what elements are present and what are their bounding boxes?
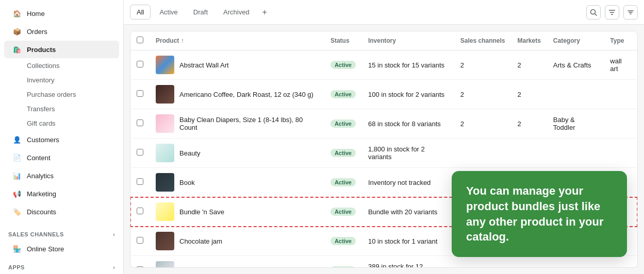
sidebar-label-products: Products [27,46,56,54]
table-row[interactable]: Abstract Wall Art Active 15 in stock for… [130,50,637,80]
product-cell: Chocolate jam [156,232,318,250]
sales-channels-section: Sales channels › [0,225,123,239]
select-all-checkbox[interactable] [137,37,143,43]
inventory-col-header: Inventory [362,31,454,50]
row-checkbox[interactable] [137,178,143,185]
sales-channels-cell: 2 [454,109,511,139]
tab-active[interactable]: Active [153,5,184,20]
sidebar-label-marketing: Marketing [27,190,56,198]
row-checkbox[interactable] [137,208,143,214]
sidebar-item-gift-cards[interactable]: Gift cards [4,116,119,130]
inventory-cell: Inventory not tracked [362,168,454,197]
product-name-cell: Book [150,168,324,197]
sidebar-item-content[interactable]: 📄 Content [4,149,119,166]
collections-label: Collections [27,62,60,70]
category-cell [547,139,604,168]
tab-add-button[interactable]: + [258,6,271,19]
table-row[interactable]: Baby Clean Diapers, Size 1 (8-14 lbs), 8… [130,109,637,139]
product-name-cell: Clothing [150,256,324,268]
row-checkbox-cell [130,139,150,168]
inventory-cell: 15 in stock for 15 variants [362,50,454,80]
product-cell: Americano Coffee, Dark Roast, 12 oz (340… [156,85,318,104]
status-cell: Active [324,109,362,139]
product-cell: Clothing [156,261,318,268]
product-cell: Bundle 'n Save [156,202,318,221]
type-cell [604,256,637,268]
status-cell: Active [324,168,362,197]
type-cell [604,109,637,139]
inventory-cell: 68 in stock for 8 variants [362,109,454,139]
row-checkbox[interactable] [137,149,143,156]
home-icon: 🏠 [12,9,22,18]
row-checkbox[interactable] [137,237,143,244]
apps-section: Apps › [0,258,123,272]
tooltip-text: You can manage your product bundles just… [466,184,603,243]
sidebar-item-collections[interactable]: Collections [4,59,119,73]
sidebar-label-content: Content [27,154,51,162]
status-badge: Active [331,178,356,186]
products-table-wrapper: Product ↑ Status Inventory Sales channel… [130,31,638,268]
product-thumbnail [156,202,174,221]
product-name-cell: Americano Coffee, Dark Roast, 12 oz (340… [150,80,324,109]
status-cell: Active [324,227,362,256]
product-name: Book [179,179,195,186]
markets-cell: 2 [511,109,547,139]
sidebar-item-marketing[interactable]: 📢 Marketing [4,185,119,202]
table-row[interactable]: Beauty Active 1,800 in stock for 2 varia… [130,139,637,168]
table-row[interactable]: Americano Coffee, Dark Roast, 12 oz (340… [130,80,637,109]
sales-channels-cell [454,139,511,168]
row-checkbox-cell [130,168,150,197]
sidebar-item-transfers[interactable]: Transfers [4,102,119,116]
inventory-cell: 1,800 in stock for 2 variants [362,139,454,168]
row-checkbox[interactable] [137,266,143,268]
filter-button[interactable] [605,5,619,20]
search-button[interactable] [586,5,601,20]
row-checkbox-cell [130,80,150,109]
sidebar-item-orders[interactable]: 📦 Orders [4,23,119,40]
product-cell: Baby Clean Diapers, Size 1 (8-14 lbs), 8… [156,114,318,133]
status-badge: Active [331,266,356,268]
online-store-icon: 🏪 [12,244,22,253]
row-checkbox[interactable] [137,61,143,67]
product-thumbnail [156,173,174,192]
row-checkbox-cell [130,109,150,139]
sidebar-item-home[interactable]: 🏠 Home [4,5,119,22]
product-thumbnail [156,56,174,74]
row-checkbox[interactable] [137,90,143,97]
sales-channels-cell: 2 [454,80,511,109]
status-col-header: Status [324,31,362,50]
tab-archived[interactable]: Archived [217,5,256,20]
tooltip-overlay: You can manage your product bundles just… [452,171,627,257]
sales-channels-chevron: › [113,232,115,237]
tab-draft[interactable]: Draft [187,5,214,20]
sidebar: 🏠 Home 📦 Orders 🛍️ Products Collections … [0,0,124,274]
search-icon [590,9,597,16]
sidebar-item-customers[interactable]: 👤 Customers [4,131,119,148]
sidebar-item-purchase-orders[interactable]: Purchase orders [4,88,119,101]
product-cell: Book [156,173,318,192]
row-checkbox[interactable] [137,119,143,126]
product-name: Beauty [179,149,200,157]
online-store-label: Online Store [27,245,64,253]
category-cell [547,80,604,109]
gift-cards-label: Gift cards [27,119,56,127]
sidebar-item-discounts[interactable]: 🏷️ Discounts [4,203,119,220]
sales-channels-cell: 2 [454,256,511,268]
sidebar-item-analytics[interactable]: 📊 Analytics [4,167,119,184]
orders-icon: 📦 [12,27,22,36]
product-col-header: Product ↑ [150,31,324,50]
inventory-label: Inventory [27,76,54,84]
sidebar-item-inventory[interactable]: Inventory [4,73,119,87]
status-cell: Active [324,139,362,168]
sidebar-item-products[interactable]: 🛍️ Products [4,41,119,58]
table-row[interactable]: Clothing Active 389 in stock for 12 vari… [130,256,637,268]
product-name: Abstract Wall Art [179,61,229,69]
sidebar-label-customers: Customers [27,136,59,144]
filter-icon [608,9,616,16]
sort-button[interactable] [623,5,638,20]
sales-channels-cell: 2 [454,50,511,80]
sidebar-item-online-store[interactable]: 🏪 Online Store [4,240,119,258]
svg-line-1 [595,13,597,15]
tab-all[interactable]: All [130,5,151,20]
markets-cell [511,139,547,168]
